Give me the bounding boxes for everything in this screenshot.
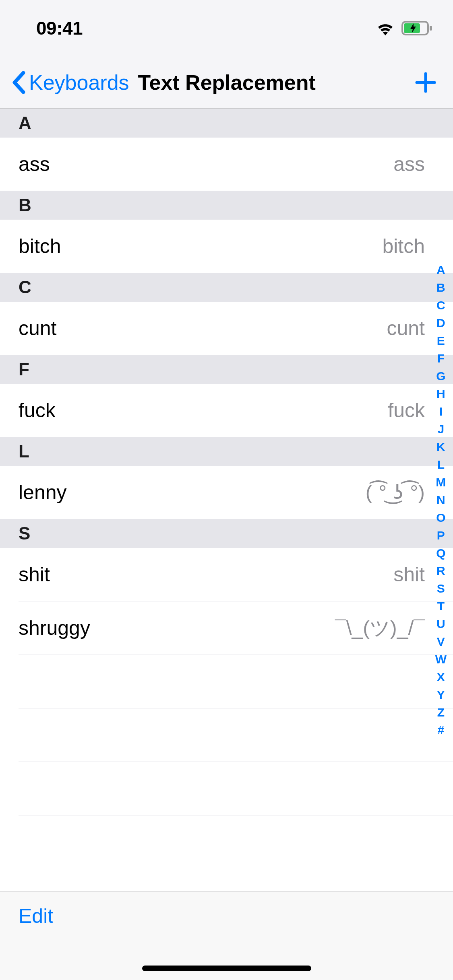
- index-letter[interactable]: D: [436, 315, 445, 331]
- battery-charging-icon: [401, 21, 433, 35]
- index-letter[interactable]: L: [437, 457, 445, 473]
- phrase-label: bitch: [382, 235, 425, 258]
- index-letter[interactable]: G: [436, 368, 445, 384]
- phrase-label: cunt: [387, 317, 425, 340]
- index-letter[interactable]: V: [437, 634, 445, 650]
- back-button[interactable]: Keyboards: [12, 70, 129, 95]
- add-button[interactable]: [414, 71, 437, 94]
- list-item[interactable]: lenny ( ͡° ͜ʖ ͡°): [0, 466, 453, 519]
- list-item[interactable]: shruggy ¯\_(ツ)_/¯: [0, 601, 453, 655]
- list-item[interactable]: cunt cunt: [0, 302, 453, 355]
- index-letter[interactable]: O: [436, 510, 445, 526]
- section-header: B: [0, 191, 453, 220]
- index-letter[interactable]: A: [436, 262, 445, 278]
- phrase-label: ( ͡° ͜ʖ ͡°): [366, 481, 425, 504]
- page-title: Text Replacement: [138, 70, 316, 95]
- index-letter[interactable]: Z: [437, 704, 445, 721]
- shortcut-label: shruggy: [19, 616, 90, 640]
- list-item[interactable]: shit shit: [0, 548, 453, 601]
- section-header: S: [0, 519, 453, 548]
- index-letter[interactable]: P: [437, 527, 445, 544]
- shortcut-label: lenny: [19, 481, 67, 504]
- index-letter[interactable]: H: [436, 386, 445, 402]
- wifi-icon: [376, 21, 395, 35]
- nav-bar: Keyboards Text Replacement: [0, 56, 453, 109]
- index-letter[interactable]: X: [437, 669, 445, 685]
- svg-rect-1: [430, 26, 432, 31]
- shortcut-label: fuck: [19, 399, 56, 422]
- home-indicator-area: [0, 940, 453, 980]
- status-time: 09:41: [36, 17, 83, 39]
- index-letter[interactable]: T: [437, 598, 445, 614]
- alphabet-index[interactable]: A B C D E F G H I J K L M N O P Q R S T …: [431, 260, 451, 740]
- index-letter[interactable]: W: [435, 651, 447, 667]
- index-letter[interactable]: F: [437, 350, 445, 366]
- edit-button[interactable]: Edit: [19, 904, 53, 928]
- index-letter[interactable]: B: [436, 280, 445, 296]
- list-item[interactable]: bitch bitch: [0, 220, 453, 273]
- index-letter[interactable]: M: [436, 474, 446, 490]
- index-letter[interactable]: E: [437, 333, 445, 349]
- status-bar: 09:41: [0, 0, 453, 56]
- shortcut-label: shit: [19, 563, 50, 586]
- index-letter[interactable]: I: [439, 404, 443, 420]
- section-header: F: [0, 355, 453, 384]
- list-item[interactable]: fuck fuck: [0, 384, 453, 437]
- list-content: A ass ass B bitch bitch C cunt cunt F fu…: [0, 109, 453, 891]
- empty-row: [0, 655, 453, 708]
- index-letter[interactable]: N: [436, 492, 445, 508]
- phrase-label: ¯\_(ツ)_/¯: [335, 615, 425, 642]
- index-letter[interactable]: U: [436, 616, 445, 632]
- index-letter[interactable]: #: [437, 722, 444, 738]
- status-icons: [376, 21, 433, 35]
- index-letter[interactable]: K: [436, 439, 445, 455]
- back-label: Keyboards: [29, 70, 129, 95]
- home-indicator[interactable]: [142, 966, 311, 971]
- index-letter[interactable]: C: [436, 297, 445, 313]
- row-separator: [19, 815, 453, 815]
- index-letter[interactable]: S: [437, 581, 445, 597]
- index-letter[interactable]: R: [436, 563, 445, 579]
- index-letter[interactable]: Y: [437, 687, 445, 703]
- index-letter[interactable]: J: [437, 421, 444, 437]
- shortcut-label: bitch: [19, 235, 61, 258]
- section-header: C: [0, 273, 453, 302]
- list-item[interactable]: ass ass: [0, 138, 453, 191]
- shortcut-label: cunt: [19, 317, 57, 340]
- shortcut-label: ass: [19, 152, 50, 176]
- section-header: L: [0, 437, 453, 466]
- bottom-toolbar: Edit: [0, 891, 453, 940]
- empty-row: [0, 762, 453, 815]
- phrase-label: fuck: [388, 399, 425, 422]
- phrase-label: shit: [393, 563, 425, 586]
- index-letter[interactable]: Q: [436, 545, 445, 561]
- phrase-label: ass: [393, 152, 425, 176]
- empty-row: [0, 708, 453, 762]
- section-header: A: [0, 109, 453, 138]
